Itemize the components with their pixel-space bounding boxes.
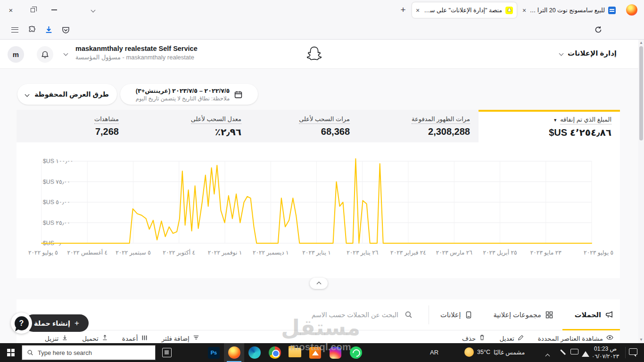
menu-button[interactable] bbox=[8, 24, 21, 35]
browser-toolbar: ☆ 110% https://ads.snapchat.com/2bf4f297… bbox=[0, 20, 644, 40]
campaign-search-input[interactable] bbox=[215, 307, 399, 322]
action-center-icon[interactable] bbox=[629, 348, 637, 355]
notifications-button[interactable] bbox=[37, 46, 53, 63]
account-chevron-down-icon[interactable] bbox=[64, 51, 68, 56]
metric-paid-impressions[interactable]: مرات الظهور المدفوعة 2,308,288 bbox=[358, 110, 479, 142]
tab-ad-groups[interactable]: مجموعات إعلانية bbox=[494, 311, 553, 319]
metric-amount-spent[interactable]: المبلغ الذي تم إنفاقه▼ $US ٤٬٢٥٤٫٨٦ bbox=[479, 110, 620, 142]
pocket-button[interactable] bbox=[59, 24, 72, 35]
saved-views-button[interactable]: طرق العرض المحفوظة bbox=[17, 84, 117, 105]
site-favicon-icon bbox=[608, 7, 616, 14]
taskbar-search[interactable]: Type here to search bbox=[22, 345, 156, 360]
list-tabs-button[interactable] bbox=[86, 3, 100, 17]
taskbar-app-file-explorer[interactable] bbox=[285, 343, 305, 362]
window-close-button[interactable]: × bbox=[4, 3, 18, 17]
metric-value: 2,308,288 bbox=[358, 126, 470, 137]
svg-text:$US ٥٠٫٠٠: $US ٥٠٫٠٠ bbox=[43, 199, 70, 206]
action-columns[interactable]: أعمدة bbox=[122, 334, 148, 342]
tab-label: الحملات bbox=[575, 311, 601, 319]
account-role: مسؤول المؤسسة - maskanmthaly realestate bbox=[75, 54, 198, 61]
window-minimize-button[interactable] bbox=[47, 3, 61, 17]
scrollbar-thumb[interactable] bbox=[639, 46, 643, 140]
metric-label: المبلغ الذي تم إنفاقه bbox=[560, 116, 611, 124]
close-icon[interactable]: × bbox=[522, 7, 526, 14]
account-info[interactable]: maskanmthaly realestate Self Service مسؤ… bbox=[75, 45, 198, 61]
ad-screen-icon bbox=[465, 311, 472, 319]
instagram-icon bbox=[330, 347, 341, 359]
metric-label: معدل السحب لأعلى bbox=[191, 115, 241, 124]
snapchat-favicon-icon bbox=[505, 7, 513, 14]
tab-label: مجموعات إعلانية bbox=[494, 311, 541, 319]
taskbar-app-photoshop[interactable]: Ps bbox=[204, 343, 224, 362]
taskbar-app-edge[interactable] bbox=[244, 343, 264, 362]
taskbar-search-placeholder: Type here to search bbox=[38, 349, 92, 356]
taskbar-app-instagram[interactable] bbox=[325, 343, 346, 362]
question-bubble-icon: ? bbox=[15, 316, 29, 330]
task-view-button[interactable] bbox=[162, 348, 172, 357]
metric-views[interactable]: مشاهدات 7,268 bbox=[17, 110, 127, 142]
page-scrollbar[interactable]: ▲ ▼ bbox=[638, 40, 644, 343]
plus-icon: + bbox=[74, 319, 79, 328]
taskbar-app-whatsapp[interactable] bbox=[346, 343, 366, 362]
action-trash[interactable]: حذف bbox=[462, 334, 485, 342]
tray-overflow-button[interactable] bbox=[546, 351, 549, 360]
taskbar-app-photos[interactable] bbox=[305, 343, 325, 362]
tab-ads[interactable]: إعلانات bbox=[440, 311, 471, 319]
taskbar-app-chrome[interactable] bbox=[264, 343, 285, 362]
file-explorer-icon bbox=[289, 348, 301, 357]
svg-text:$US ٢٥٫٠٠: $US ٢٥٫٠٠ bbox=[43, 220, 70, 226]
edge-icon bbox=[248, 346, 261, 359]
window-restore-button[interactable] bbox=[25, 3, 40, 17]
spend-chart-svg: $US ١٠٠٫٠٠$US ٧٥٫٠٠$US ٥٠٫٠٠$US ٢٥٫٠٠$US… bbox=[27, 155, 614, 264]
browser-tab-active[interactable]: × منصة "إدارة الإعلانات" على سناب bbox=[412, 2, 517, 18]
bell-icon bbox=[41, 50, 49, 59]
action-download[interactable]: تنزيل bbox=[45, 334, 68, 342]
extensions-button[interactable] bbox=[25, 24, 38, 35]
reload-button[interactable] bbox=[592, 24, 604, 35]
scroll-up-icon[interactable]: ▲ bbox=[639, 41, 643, 45]
language-indicator[interactable]: AR bbox=[430, 349, 438, 356]
action-label: تعديل bbox=[499, 335, 514, 342]
metric-swipe-up-rate[interactable]: معدل السحب لأعلى ٢٫٩٦٪ bbox=[127, 110, 250, 142]
entity-tabs: الحملات مجموعات إعلانية إعلانات bbox=[440, 299, 613, 330]
ads-manager-menu[interactable]: إدارة الإعلانات bbox=[560, 49, 617, 58]
browser-titlebar: × + × منصة "إدارة الإعلانات" على سناب × … bbox=[0, 0, 644, 20]
action-filter[interactable]: إضافة فلتر bbox=[162, 334, 199, 342]
tab-title: للبيع سامسونج نوت 20 الترا 512 - bbox=[529, 7, 605, 14]
collapse-chart-button[interactable] bbox=[310, 278, 328, 289]
help-button[interactable]: ? bbox=[11, 313, 32, 334]
puzzle-icon bbox=[28, 26, 36, 34]
minimize-icon bbox=[51, 9, 57, 10]
columns-icon bbox=[141, 335, 148, 342]
snapchat-logo[interactable] bbox=[305, 45, 323, 65]
weather-temp: 35°C bbox=[477, 349, 490, 355]
windows-taskbar: Type here to search Ps AR 35°C مشمس غالب… bbox=[0, 343, 644, 362]
search-icon bbox=[27, 349, 33, 356]
create-campaign-button[interactable]: + إنشاء حملة bbox=[25, 314, 89, 332]
svg-text:٢٤ فبراير ٢٠٢٣: ٢٤ فبراير ٢٠٢٣ bbox=[390, 249, 426, 256]
svg-text:٢٦ يناير ٢٠٢٣: ٢٦ يناير ٢٠٢٣ bbox=[347, 249, 378, 256]
close-icon[interactable]: × bbox=[416, 7, 420, 14]
screen: × + × منصة "إدارة الإعلانات" على سناب × … bbox=[0, 0, 644, 362]
browser-tab-inactive[interactable]: × للبيع سامسونج نوت 20 الترا 512 - bbox=[519, 2, 619, 18]
firefox-view-icon[interactable] bbox=[626, 4, 637, 16]
spend-chart-card: $US ١٠٠٫٠٠$US ٧٥٫٠٠$US ٥٠٫٠٠$US ٢٥٫٠٠$US… bbox=[17, 142, 620, 278]
weather-widget[interactable]: 35°C مشمس غالبًا bbox=[464, 347, 525, 357]
metric-swipe-ups[interactable]: مرات السحب لأعلى 68,368 bbox=[250, 110, 358, 142]
metric-label: مرات الظهور المدفوعة bbox=[412, 115, 470, 124]
display-tray-icon[interactable] bbox=[570, 349, 578, 354]
avatar[interactable]: m bbox=[8, 46, 24, 63]
action-eye[interactable]: مشاهدة العناصر المحددة bbox=[538, 334, 613, 342]
new-tab-button[interactable]: + bbox=[396, 3, 410, 17]
action-pencil[interactable]: تعديل bbox=[499, 334, 523, 342]
date-range-button[interactable]: ٢٠٢٢/٧/٥ – ٢٠٢٣/٧/٥ (غرينتش+٣) ملاحظة: ن… bbox=[120, 84, 258, 105]
pencil-icon bbox=[518, 335, 524, 342]
start-button[interactable] bbox=[0, 343, 22, 362]
taskbar-clock[interactable]: ص 01:23 ٠٦/٠٧/٢٠٢٣ bbox=[586, 345, 624, 360]
scroll-down-icon[interactable]: ▼ bbox=[639, 338, 643, 342]
action-upload[interactable]: تحميل bbox=[82, 334, 108, 342]
taskbar-app-firefox[interactable] bbox=[224, 343, 244, 362]
tab-campaigns[interactable]: الحملات bbox=[575, 311, 613, 319]
pen-tray-icon[interactable] bbox=[558, 347, 569, 358]
downloads-button[interactable] bbox=[42, 24, 55, 35]
